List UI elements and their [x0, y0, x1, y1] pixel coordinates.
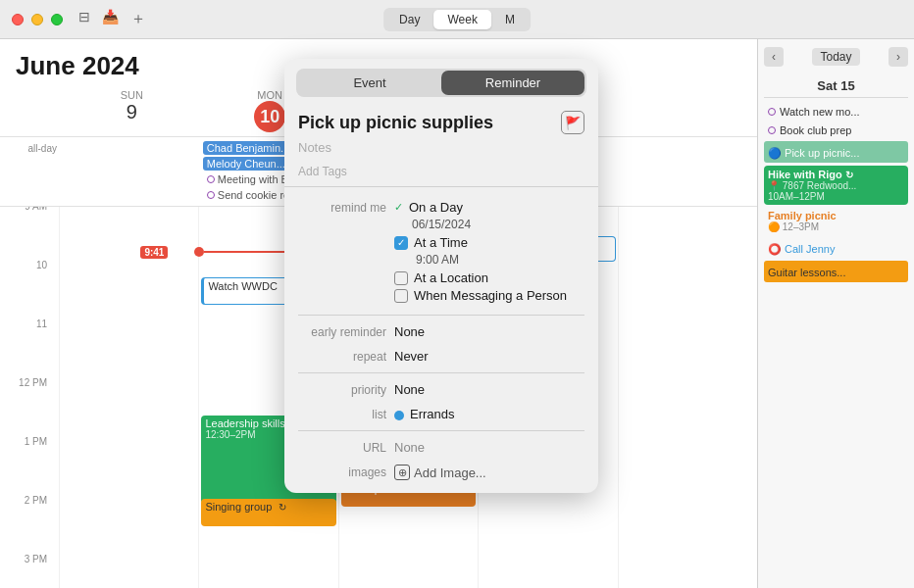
minimize-button[interactable]: [31, 14, 43, 25]
event-dot: [207, 175, 215, 183]
titlebar: ⊟ 📥 ＋ Day Week M: [0, 0, 914, 39]
today-button[interactable]: Today: [812, 48, 859, 66]
list-dot: [394, 411, 404, 420]
sidebar-toggle-icon[interactable]: ⊟: [78, 9, 90, 29]
popup-early-reminder-row: early reminder None: [284, 319, 598, 344]
allday-extra: [615, 139, 753, 204]
time-slot-9am: 9 AM: [0, 207, 59, 266]
popup-repeat-row: repeat Never: [284, 344, 598, 368]
popup-divider-2: [298, 372, 584, 373]
day-col-extra: [618, 207, 757, 588]
at-a-time-value: 9:00 AM: [416, 253, 584, 267]
day-header-extra: [615, 85, 753, 136]
list-value[interactable]: Errands: [394, 407, 584, 421]
popup-url-row: URL None: [284, 435, 598, 460]
on-a-day-checkmark: ✓: [394, 201, 403, 214]
right-event-book-club[interactable]: Book club prep: [764, 122, 908, 138]
reminder-popup: Event Reminder Pick up picnic supplies 🚩…: [284, 59, 598, 493]
url-label: URL: [298, 440, 386, 455]
view-tabs: Day Week M: [383, 8, 531, 31]
event-dot: [768, 126, 776, 134]
traffic-lights: [12, 14, 63, 25]
time-slot-2pm: 2 PM: [0, 501, 59, 560]
prev-nav-button[interactable]: ‹: [764, 47, 784, 67]
time-slot-11: 11: [0, 324, 59, 383]
tab-week[interactable]: Week: [433, 10, 490, 29]
early-reminder-value[interactable]: None: [394, 324, 584, 339]
time-slot-10: 10: [0, 266, 59, 324]
on-a-day-date: 06/15/2024: [412, 218, 584, 231]
next-nav-button[interactable]: ›: [889, 47, 908, 67]
time-gutter: 9 AM 10 11 12 PM 1 PM 2 PM 3 PM: [0, 207, 59, 588]
allday-sun: [63, 139, 201, 204]
tab-event[interactable]: Event: [298, 71, 441, 95]
day-header-sun: Sun 9: [63, 85, 201, 136]
popup-list-row: list Errands: [284, 402, 598, 426]
popup-title: Pick up picnic supplies: [298, 113, 493, 133]
popup-notes[interactable]: Notes: [284, 138, 598, 161]
images-label: images: [298, 465, 386, 479]
mini-nav: ‹ Today ›: [764, 47, 908, 67]
time-slot-1pm: 1 PM: [0, 442, 59, 501]
allday-label: all-day: [4, 139, 63, 204]
at-location-label: At a Location: [414, 270, 488, 285]
list-label: list: [298, 407, 386, 421]
popup-tags[interactable]: Add Tags: [284, 161, 598, 187]
flag-button[interactable]: 🚩: [561, 111, 584, 134]
right-event-watch-new[interactable]: Watch new mo...: [764, 104, 908, 120]
at-a-time-checkbox[interactable]: ✓: [394, 236, 408, 250]
event-dot: [207, 191, 215, 199]
when-messaging-checkbox[interactable]: [394, 289, 408, 303]
tab-reminder[interactable]: Reminder: [441, 71, 584, 95]
popup-priority-row: priority None: [284, 377, 598, 402]
when-messaging-row: When Messaging a Person: [394, 288, 584, 303]
current-time-badge: 9:41: [140, 246, 168, 259]
event-dot: [768, 108, 776, 116]
popup-divider-3: [298, 430, 584, 431]
url-value[interactable]: None: [394, 440, 584, 455]
right-event-call-jenny[interactable]: ⭕ Call Jenny: [764, 237, 908, 259]
add-image-button[interactable]: ⊕ Add Image...: [394, 465, 486, 480]
right-event-family[interactable]: Family picnic 🟠 12–3PM: [764, 207, 908, 235]
at-location-checkbox[interactable]: [394, 271, 408, 285]
maximize-button[interactable]: [51, 14, 63, 25]
add-image-label: Add Image...: [414, 466, 486, 480]
inbox-icon[interactable]: 📥: [102, 9, 119, 29]
popup-divider-1: [298, 315, 584, 316]
close-button[interactable]: [12, 14, 24, 25]
current-time-dot: [194, 247, 204, 257]
repeat-label: repeat: [298, 349, 386, 364]
at-a-time-label[interactable]: At a Time: [414, 235, 468, 250]
time-slot-3pm: 3 PM: [0, 560, 59, 588]
day-col-sun: [59, 207, 198, 588]
right-event-pickup-picnic[interactable]: 🔵 Pick up picnic...: [764, 141, 908, 163]
popup-body: remind me ✓ On a Day 06/15/2024 ✓ At a T…: [284, 187, 598, 493]
tab-month[interactable]: M: [491, 10, 529, 29]
right-day-header: Sat 15: [764, 74, 908, 98]
month-title: June 2024: [16, 51, 139, 81]
popup-images-row: images ⊕ Add Image...: [284, 460, 598, 485]
right-event-guitar[interactable]: Guitar lessons...: [764, 261, 908, 282]
event-singing[interactable]: Singing group ↻: [201, 499, 335, 526]
early-reminder-label: early reminder: [298, 324, 386, 339]
at-a-time-row: ✓ At a Time: [394, 235, 584, 250]
at-location-row: At a Location: [394, 270, 584, 285]
popup-title-row: Pick up picnic supplies 🚩: [284, 107, 598, 138]
remind-me-label: remind me: [298, 200, 386, 215]
priority-label: priority: [298, 382, 386, 397]
on-a-day-label[interactable]: On a Day: [409, 200, 463, 215]
popup-remind-me-row: remind me ✓ On a Day 06/15/2024 ✓ At a T…: [284, 195, 598, 311]
add-image-icon: ⊕: [394, 465, 410, 480]
repeat-value[interactable]: Never: [394, 349, 584, 364]
remind-me-content: ✓ On a Day 06/15/2024 ✓ At a Time 9:00 A…: [394, 200, 584, 306]
when-messaging-label: When Messaging a Person: [414, 288, 567, 303]
on-a-day-row: ✓ On a Day: [394, 200, 584, 215]
priority-value[interactable]: None: [394, 382, 584, 397]
right-panel: ‹ Today › Sat 15 Watch new mo... Book cl…: [757, 39, 914, 588]
time-slot-12pm: 12 PM: [0, 383, 59, 442]
popup-tabs: Event Reminder: [296, 69, 586, 97]
toolbar-icons: ⊟ 📥 ＋: [78, 9, 146, 29]
add-icon[interactable]: ＋: [130, 9, 146, 29]
tab-day[interactable]: Day: [385, 10, 433, 29]
right-event-hike[interactable]: Hike with Rigo ↻ 📍 7867 Redwood... 10AM–…: [764, 166, 908, 205]
